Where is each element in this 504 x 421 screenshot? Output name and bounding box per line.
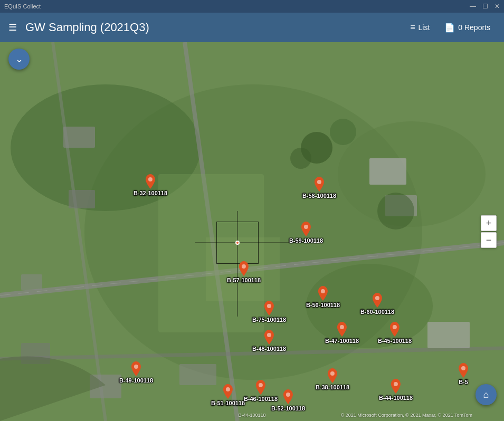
pin-B-5X[interactable]: B-5 xyxy=(458,363,469,385)
pin-icon xyxy=(313,177,325,192)
minimize-button[interactable]: — xyxy=(470,3,476,9)
collapse-button[interactable]: ⌄ xyxy=(8,49,30,70)
pin-B-45-100118[interactable]: B-45-100118 xyxy=(378,322,412,344)
svg-rect-17 xyxy=(21,274,42,290)
pin-label-B-51-100118: B-51-100118 xyxy=(211,400,245,406)
pin-B-49-100118[interactable]: B-49-100118 xyxy=(119,361,153,384)
pin-B-58-100118[interactable]: B-58-100118 xyxy=(302,177,336,199)
svg-point-34 xyxy=(267,333,271,337)
pin-icon xyxy=(372,293,383,308)
map-container[interactable]: B-32-100118 B-58-100118 B-59-100118 B-57… xyxy=(0,42,504,421)
pin-B-75-100118[interactable]: B-75-100118 xyxy=(252,301,286,323)
zoom-out-button[interactable]: − xyxy=(481,232,497,248)
pin-label-B-44-100118: B-44-100118 xyxy=(379,395,413,401)
list-label: List xyxy=(419,23,430,32)
pin-label-B-48-100118: B-48-100118 xyxy=(252,346,286,352)
svg-point-29 xyxy=(321,289,325,293)
pin-B-56-100118[interactable]: B-56-100118 xyxy=(306,286,340,308)
header-right: ≡ List 📄 0 Reports xyxy=(405,20,496,36)
pin-label-B-56-100118: B-56-100118 xyxy=(306,302,340,308)
svg-rect-10 xyxy=(69,190,95,208)
pin-B-52-100118[interactable]: B-52-100118 xyxy=(271,389,305,412)
pin-label-B-45-100118: B-45-100118 xyxy=(378,338,412,344)
list-button[interactable]: ≡ List xyxy=(405,20,435,35)
hamburger-menu-button[interactable]: ☰ xyxy=(8,22,17,33)
pin-B-59-100118[interactable]: B-59-100118 xyxy=(289,222,323,244)
title-bar-controls: — ☐ ✕ xyxy=(470,3,500,9)
pin-label-B-52-100118: B-52-100118 xyxy=(271,405,305,412)
pin-icon xyxy=(458,363,469,378)
svg-point-21 xyxy=(377,193,414,229)
home-icon: ⌂ xyxy=(483,389,489,400)
pin-label-B-58-100118: B-58-100118 xyxy=(302,193,336,199)
pin-B-60-100118[interactable]: B-60-100118 xyxy=(360,293,394,315)
title-bar: EQuIS Collect — ☐ ✕ xyxy=(0,0,504,13)
pin-label-B-5X: B-5 xyxy=(459,379,468,385)
map-copyright: © 2021 Microsoft Corporation, © 2021 Max… xyxy=(341,413,472,418)
pin-icon xyxy=(222,384,234,399)
pin-B-51-100118[interactable]: B-51-100118 xyxy=(211,384,245,406)
svg-rect-13 xyxy=(427,322,470,348)
reports-label: 0 Reports xyxy=(458,23,490,32)
pin-B-44-100118[interactable]: B-44-100118 xyxy=(379,379,413,401)
zoom-in-button[interactable]: + xyxy=(481,215,497,231)
list-icon: ≡ xyxy=(410,23,415,32)
svg-point-38 xyxy=(286,393,290,397)
crosshair-center xyxy=(235,241,240,245)
pin-icon xyxy=(263,330,275,345)
pin-icon xyxy=(255,380,267,395)
zoom-controls: + − xyxy=(481,215,497,248)
svg-point-39 xyxy=(330,371,335,376)
pin-icon xyxy=(317,286,329,301)
svg-point-41 xyxy=(461,366,465,370)
svg-point-27 xyxy=(304,225,308,229)
app-title: GW Sampling (2021Q3) xyxy=(25,21,149,34)
pin-label-B-57-100118: B-57-100118 xyxy=(227,277,261,283)
pin-label-B-32-100118: B-32-100118 xyxy=(134,190,167,196)
svg-point-20 xyxy=(290,148,311,169)
home-button[interactable]: ⌂ xyxy=(476,384,497,405)
svg-point-25 xyxy=(148,177,153,181)
pin-icon xyxy=(282,389,294,404)
pin-label-B-59-100118: B-59-100118 xyxy=(289,237,323,244)
pin-icon xyxy=(390,379,402,394)
reports-button[interactable]: 📄 0 Reports xyxy=(439,20,496,36)
svg-point-19 xyxy=(330,119,356,145)
pin-label-B-75-100118: B-75-100118 xyxy=(252,317,286,323)
pin-B-32-100118[interactable]: B-32-100118 xyxy=(134,174,167,196)
pin-icon xyxy=(145,174,156,189)
chevron-down-icon: ⌄ xyxy=(15,53,23,65)
reports-icon: 📄 xyxy=(444,23,455,33)
svg-point-28 xyxy=(242,264,246,269)
svg-rect-14 xyxy=(179,364,216,385)
pin-icon xyxy=(389,322,401,337)
svg-point-30 xyxy=(267,304,271,308)
close-button[interactable]: ✕ xyxy=(495,3,500,9)
svg-rect-11 xyxy=(369,158,406,185)
pin-B-38-100118[interactable]: B-38-100118 xyxy=(316,368,349,390)
svg-rect-9 xyxy=(63,127,95,148)
pin-B-47-100118[interactable]: B-47-100118 xyxy=(325,322,359,344)
svg-point-36 xyxy=(226,387,230,391)
svg-point-26 xyxy=(317,180,321,184)
pin-icon xyxy=(130,361,142,376)
svg-point-37 xyxy=(259,383,263,387)
pin-label-B-38-100118: B-38-100118 xyxy=(316,384,349,390)
map-bottom-label: B-44-100118 xyxy=(238,413,265,418)
header-left: ☰ GW Sampling (2021Q3) xyxy=(8,21,149,34)
pin-icon xyxy=(327,368,338,383)
svg-point-33 xyxy=(393,325,397,329)
svg-point-40 xyxy=(394,382,398,386)
app-name: EQuIS Collect xyxy=(4,3,41,9)
pin-icon xyxy=(263,301,275,315)
maximize-button[interactable]: ☐ xyxy=(482,3,488,9)
pin-label-B-60-100118: B-60-100118 xyxy=(360,309,394,315)
pin-icon xyxy=(300,222,312,236)
svg-point-31 xyxy=(375,296,379,300)
svg-point-32 xyxy=(340,325,344,329)
app-header: ☰ GW Sampling (2021Q3) ≡ List 📄 0 Report… xyxy=(0,13,504,42)
pin-B-48-100118[interactable]: B-48-100118 xyxy=(252,330,286,352)
pin-B-57-100118[interactable]: B-57-100118 xyxy=(227,261,261,283)
pin-label-B-49-100118: B-49-100118 xyxy=(119,377,153,384)
pin-label-B-47-100118: B-47-100118 xyxy=(325,338,359,344)
